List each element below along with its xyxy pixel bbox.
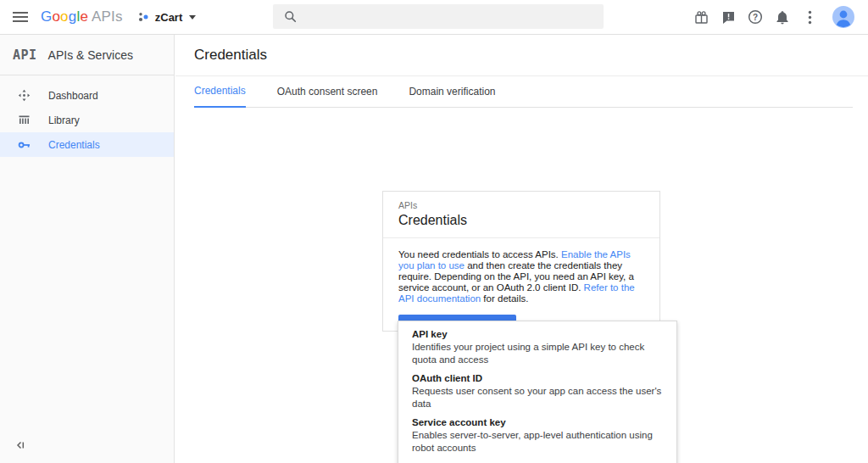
dashboard-icon — [18, 89, 31, 103]
sidebar-item-label: Credentials — [48, 139, 100, 151]
main-content: Credentials Credentials OAuth consent sc… — [175, 35, 868, 463]
sidebar-header: API APIs & Services — [0, 35, 174, 75]
tab-bar: Credentials OAuth consent screen Domain … — [194, 76, 853, 108]
search-bar[interactable] — [273, 4, 604, 29]
card-header: APIs Credentials — [383, 192, 659, 238]
page-header: Credentials — [175, 35, 868, 76]
card-kicker: APIs — [398, 199, 644, 211]
sidebar-item-label: Library — [48, 114, 80, 126]
card-title: Credentials — [398, 211, 644, 230]
feedback-icon[interactable] — [720, 8, 737, 25]
menu-item-description: Identifies your project using a simple A… — [412, 341, 663, 366]
project-selector[interactable]: zCart — [137, 11, 197, 24]
tab-domain-verification[interactable]: Domain verification — [409, 86, 495, 107]
sidebar-item-label: Dashboard — [48, 90, 98, 102]
sidebar-item-library[interactable]: Library — [0, 108, 174, 132]
topbar-actions: ? — [693, 0, 854, 34]
svg-text:?: ? — [753, 13, 758, 22]
menu-item-api-key[interactable]: API key Identifies your project using a … — [398, 326, 676, 370]
text-segment: for details. — [481, 293, 528, 304]
avatar[interactable] — [832, 6, 854, 28]
sidebar-nav: Dashboard Library — [0, 75, 174, 157]
menu-item-service-account-key[interactable]: Service account key Enables server-to-se… — [398, 414, 676, 458]
sidebar-item-dashboard[interactable]: Dashboard — [0, 83, 174, 108]
top-app-bar: Google APIs zCart — [0, 0, 868, 35]
menu-item-title: API key — [412, 328, 663, 341]
google-apis-logo[interactable]: Google APIs — [41, 8, 123, 25]
api-product-logo: API — [13, 47, 37, 63]
hamburger-menu-icon[interactable] — [13, 9, 28, 25]
create-credentials-menu: API key Identifies your project using a … — [398, 321, 677, 463]
library-icon — [18, 114, 31, 127]
menu-item-title: OAuth client ID — [412, 372, 663, 385]
menu-item-description: Enables server-to-server, app-level auth… — [412, 429, 663, 455]
collapse-sidebar-icon[interactable] — [14, 439, 28, 451]
chevron-down-icon — [189, 15, 196, 20]
logo-suffix: APIs — [92, 8, 123, 25]
google-logo-letters: Google — [41, 8, 88, 25]
card-description: You need credentials to access APIs. Ena… — [398, 249, 644, 304]
notifications-bell-icon[interactable] — [774, 8, 791, 25]
project-name: zCart — [155, 11, 183, 24]
credentials-card: APIs Credentials You need credentials to… — [382, 191, 660, 332]
menu-item-oauth-client-id[interactable]: OAuth client ID Requests user consent so… — [398, 370, 676, 414]
sidebar-title: APIs & Services — [48, 48, 133, 62]
text-segment: You need credentials to access APIs. — [398, 249, 561, 259]
sidebar: API APIs & Services Dashboard — [0, 35, 175, 463]
key-icon — [18, 138, 31, 152]
tab-oauth-consent-screen[interactable]: OAuth consent screen — [277, 86, 378, 107]
search-input[interactable] — [297, 4, 604, 29]
menu-item-description: Requests user consent so your app can ac… — [412, 385, 663, 410]
project-icon — [137, 11, 149, 23]
help-icon[interactable]: ? — [747, 8, 764, 25]
sidebar-item-credentials[interactable]: Credentials — [0, 132, 174, 157]
menu-item-title: Service account key — [412, 416, 663, 429]
tab-credentials[interactable]: Credentials — [194, 85, 246, 108]
gift-icon[interactable] — [693, 8, 709, 25]
search-icon — [284, 10, 297, 23]
more-vert-icon[interactable] — [801, 8, 818, 25]
page-title: Credentials — [194, 47, 267, 64]
